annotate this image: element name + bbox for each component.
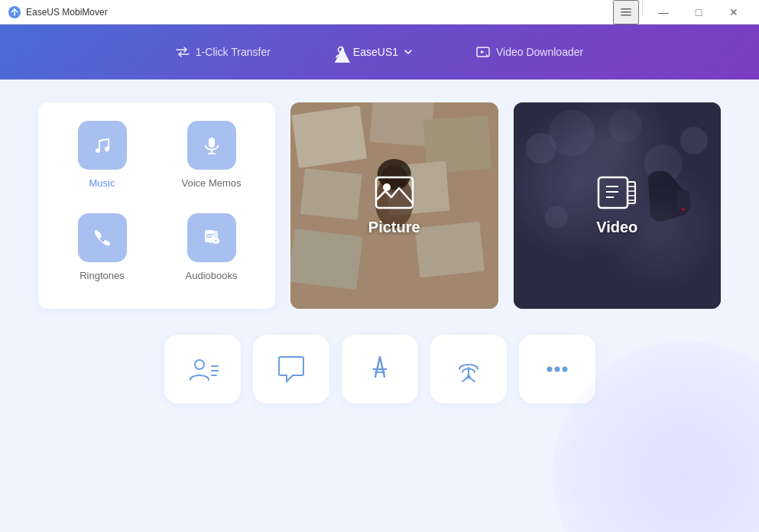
- video-card-overlay: Video: [514, 102, 722, 309]
- nav-label-device: EaseUS1: [353, 46, 398, 58]
- messages-icon: [274, 352, 308, 386]
- top-row: Music Voice Memos: [38, 102, 721, 309]
- nav-label-downloader: Video Downloader: [496, 46, 583, 58]
- mic-icon: [201, 135, 222, 156]
- picture-icon: [375, 176, 414, 209]
- audio-item-audiobooks[interactable]: Audiobooks: [163, 213, 260, 290]
- titlebar-controls: — □ ✕: [613, 0, 751, 24]
- svg-point-54: [554, 367, 560, 372]
- bottom-row: [38, 335, 721, 404]
- bottom-icon-more[interactable]: [519, 335, 595, 404]
- bottom-icon-airdrop[interactable]: [430, 335, 507, 404]
- airdrop-icon: [452, 352, 485, 386]
- audiobooks-icon-box: [187, 213, 236, 262]
- nav-label-transfer: 1-Click Transfer: [196, 46, 271, 58]
- minimize-icon: —: [658, 6, 669, 18]
- video-label: Video: [596, 219, 637, 236]
- bottom-icon-contacts[interactable]: [164, 335, 241, 404]
- maximize-button[interactable]: □: [681, 0, 716, 24]
- close-button[interactable]: ✕: [716, 0, 751, 24]
- svg-rect-8: [209, 138, 215, 148]
- titlebar-left: EaseUS MobiMover: [8, 5, 108, 19]
- svg-point-55: [562, 367, 567, 372]
- audiobooks-label: Audiobooks: [186, 270, 238, 281]
- person-icon: [335, 46, 347, 58]
- audio-item-ringtones[interactable]: Ringtones: [54, 213, 151, 290]
- picture-card-overlay: Picture: [290, 102, 498, 309]
- bottom-icon-messages[interactable]: [253, 335, 329, 404]
- contacts-icon: [186, 352, 219, 386]
- ringtones-icon-box: [78, 213, 127, 262]
- svg-point-47: [195, 360, 204, 369]
- header: 1-Click Transfer EaseUS1 Video Downloade…: [0, 24, 759, 79]
- app-title: EaseUS MobiMover: [26, 7, 108, 18]
- music-icon-box: [78, 121, 127, 170]
- app-logo: [8, 5, 21, 19]
- svg-rect-2: [621, 11, 631, 13]
- maximize-icon: □: [696, 6, 702, 18]
- nav-item-transfer[interactable]: 1-Click Transfer: [167, 41, 280, 63]
- svg-point-27: [383, 183, 391, 191]
- svg-rect-1: [621, 8, 631, 10]
- audio-item-music[interactable]: Music: [54, 121, 151, 198]
- svg-point-7: [105, 147, 109, 151]
- svg-point-53: [547, 367, 552, 372]
- bottom-icon-apps[interactable]: [342, 335, 418, 404]
- music-icon: [92, 135, 113, 156]
- titlebar: EaseUS MobiMover — □ ✕: [0, 0, 759, 24]
- video-card[interactable]: Video: [514, 102, 722, 309]
- ringtones-label: Ringtones: [79, 270, 125, 281]
- nav-item-downloader[interactable]: Video Downloader: [467, 41, 592, 63]
- picture-card[interactable]: Picture: [290, 102, 498, 309]
- main-content: Music Voice Memos: [0, 79, 759, 532]
- video-icon: [597, 176, 637, 209]
- music-label: Music: [89, 177, 115, 189]
- apps-icon: [363, 352, 397, 386]
- phone-icon: [92, 227, 113, 248]
- menu-button[interactable]: [613, 0, 639, 24]
- titlebar-divider: [642, 0, 643, 15]
- svg-point-52: [466, 375, 470, 379]
- transfer-icon: [176, 47, 190, 57]
- minimize-button[interactable]: —: [646, 0, 681, 24]
- dropdown-icon: [404, 50, 412, 54]
- audio-item-voice-memos[interactable]: Voice Memos: [163, 121, 260, 198]
- close-icon: ✕: [729, 6, 738, 18]
- more-icon: [540, 352, 574, 386]
- svg-rect-3: [621, 15, 631, 16]
- svg-point-4: [338, 47, 343, 53]
- video-download-icon: [476, 47, 490, 57]
- svg-point-6: [96, 148, 100, 153]
- picture-label: Picture: [368, 219, 420, 236]
- menu-icon: [621, 8, 631, 16]
- audiobook-icon: [201, 227, 222, 248]
- audio-card: Music Voice Memos: [38, 102, 275, 309]
- voice-memos-icon-box: [187, 121, 236, 170]
- nav-item-device[interactable]: EaseUS1: [326, 41, 421, 63]
- voice-memos-label: Voice Memos: [181, 177, 241, 189]
- nav-arrow: [364, 61, 382, 70]
